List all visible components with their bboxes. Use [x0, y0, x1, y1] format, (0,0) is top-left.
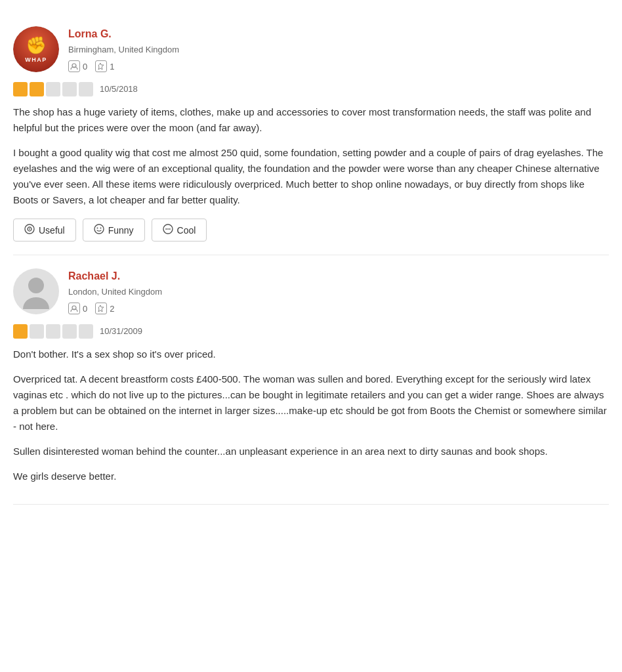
stat-useful-count-rachael: 2 [110, 303, 114, 316]
svg-point-6 [100, 228, 101, 229]
stat-reviews-rachael: 0 [68, 303, 87, 316]
stat-useful-lorna: 1 [95, 60, 114, 74]
star-1-rachael [13, 324, 28, 339]
funny-button-lorna[interactable]: Funny [83, 219, 145, 242]
review-lorna: ✊ WHAP Lorna G. Birmingham, United Kingd… [13, 13, 609, 255]
cool-icon [163, 224, 173, 236]
avatar-lorna: ✊ WHAP [13, 26, 59, 72]
stars-rachael [13, 324, 93, 339]
review-para-2-rachael: Overpriced tat. A decent breastform cost… [13, 371, 609, 434]
review-date-rachael: 10/31/2009 [100, 325, 142, 338]
review-para-2-lorna: I bought a good quality wig that cost me… [13, 145, 609, 208]
stat-reviews-count-rachael: 0 [83, 303, 87, 316]
review-date-lorna: 10/5/2018 [100, 83, 138, 96]
cool-button-lorna[interactable]: Cool [152, 219, 207, 242]
stat-useful-rachael: 2 [95, 303, 114, 316]
cool-label-lorna: Cool [177, 225, 196, 236]
funny-label-lorna: Funny [108, 225, 134, 236]
review-rachael: Rachael J. London, United Kingdom 0 [13, 255, 609, 505]
svg-point-4 [94, 224, 104, 234]
star-4-lorna [62, 82, 77, 96]
reviewer-name-rachael: Rachael J. [68, 268, 162, 284]
reviewer-info-lorna: Lorna G. Birmingham, United Kingdom 0 [68, 26, 179, 73]
review-para-1-lorna: The shop has a huge variety of items, cl… [13, 104, 609, 136]
svg-point-5 [96, 228, 98, 229]
star-1-lorna [13, 82, 28, 96]
star-5-lorna [79, 82, 93, 96]
star-3-rachael [46, 324, 60, 339]
star-4-rachael [62, 324, 77, 339]
svg-point-3 [29, 228, 30, 230]
rating-row-lorna: 10/5/2018 [13, 82, 609, 96]
useful-count-icon-rachael [95, 303, 107, 314]
funny-icon [94, 224, 104, 236]
review-para-1-rachael: Don't bother. It's a sex shop so it's ov… [13, 346, 609, 362]
stat-useful-count-lorna: 1 [110, 60, 114, 74]
reviewer-stats-lorna: 0 1 [68, 60, 179, 74]
review-text-lorna: The shop has a huge variety of items, cl… [13, 104, 609, 208]
review-text-rachael: Don't bother. It's a sex shop so it's ov… [13, 346, 609, 484]
reviewer-header-lorna: ✊ WHAP Lorna G. Birmingham, United Kingd… [13, 26, 609, 73]
reviewer-name-lorna: Lorna G. [68, 26, 179, 42]
reviewer-location-rachael: London, United Kingdom [68, 285, 162, 299]
stat-reviews-count-lorna: 0 [83, 60, 87, 74]
svg-point-11 [28, 278, 44, 293]
useful-count-icon [95, 60, 107, 72]
star-5-rachael [79, 324, 93, 339]
useful-label-lorna: Useful [39, 225, 65, 236]
reviewer-location-lorna: Birmingham, United Kingdom [68, 43, 179, 56]
reviewer-info-rachael: Rachael J. London, United Kingdom 0 [68, 268, 162, 315]
reviewer-stats-rachael: 0 2 [68, 303, 162, 316]
review-para-4-rachael: We girls deserve better. [13, 469, 609, 484]
rating-row-rachael: 10/31/2009 [13, 324, 609, 339]
useful-icon [24, 224, 35, 236]
action-buttons-lorna: Useful Funny [13, 219, 609, 242]
review-count-icon-rachael [68, 303, 80, 314]
stars-lorna [13, 82, 93, 96]
star-2-lorna [30, 82, 44, 96]
star-2-rachael [30, 324, 44, 339]
stat-reviews-lorna: 0 [68, 60, 87, 74]
useful-button-lorna[interactable]: Useful [13, 219, 76, 242]
review-para-3-rachael: Sullen disinterested woman behind the co… [13, 444, 609, 459]
avatar-rachael [13, 268, 59, 314]
star-3-lorna [46, 82, 60, 96]
reviewer-header-rachael: Rachael J. London, United Kingdom 0 [13, 268, 609, 315]
review-count-icon [68, 60, 80, 72]
